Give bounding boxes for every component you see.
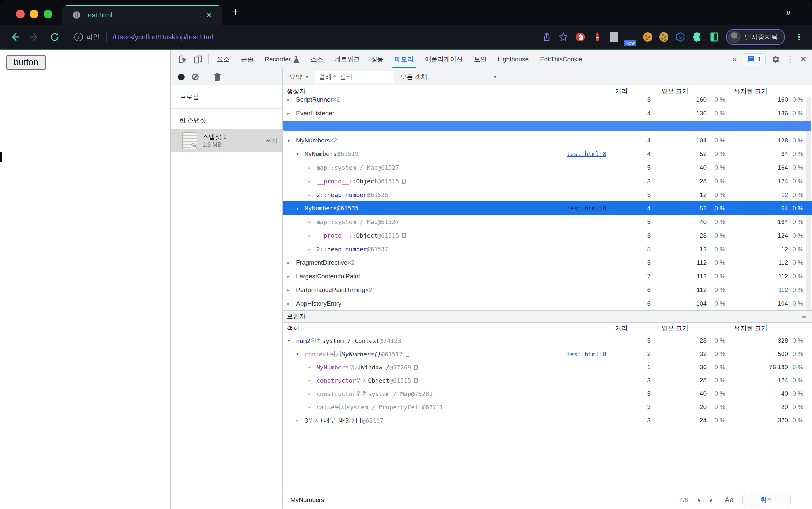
devtools-tab[interactable]: Lighthouse <box>492 50 534 68</box>
distance-column-header[interactable]: 거리 <box>610 323 656 334</box>
devtools-tab[interactable]: 애플리케이션 <box>419 50 468 68</box>
expand-icon[interactable]: ▸ <box>287 110 296 116</box>
source-location-link[interactable]: test.html:8 <box>567 205 606 212</box>
table-row[interactable]: ▸constructor 위치 system / Map @752813400 … <box>283 387 812 400</box>
devtools-menu-icon[interactable]: ⋮ <box>786 55 794 64</box>
delete-snapshot-icon[interactable] <box>213 73 222 81</box>
more-tabs-icon[interactable]: » <box>733 55 737 64</box>
share-icon[interactable] <box>542 32 551 42</box>
adblock-hand-icon[interactable] <box>575 32 585 42</box>
devtools-close-icon[interactable]: ✕ <box>800 55 807 64</box>
table-row[interactable]: ▾MyNumbers @61535test.html:84520 %640 % <box>283 201 812 215</box>
class-filter-input[interactable] <box>315 71 395 83</box>
retainers-menu-icon[interactable]: ≡ <box>802 312 807 321</box>
address-bar[interactable]: /Users/yceffort/Desktop/test.html <box>113 33 542 41</box>
snapshot-item[interactable]: 스냅샷 1 1.3 MB 저장 <box>171 129 282 152</box>
tab-close-icon[interactable]: ✕ <box>205 11 213 19</box>
browser-tab[interactable]: test.html ✕ <box>62 5 222 25</box>
expand-icon[interactable]: ▸ <box>308 165 316 171</box>
table-row[interactable]: ▸map :: system / Map @615275400 %1640 % <box>283 215 812 229</box>
devtools-tab[interactable]: 보안 <box>468 50 492 68</box>
devtools-tab[interactable]: 네트워크 <box>329 50 365 68</box>
profile-chip[interactable]: 일시중지됨 <box>726 29 785 45</box>
clear-profiles-icon[interactable] <box>192 74 199 80</box>
table-row[interactable]: ▸PerformancePaintTiming ×261120 %1120 % <box>283 283 812 297</box>
collapse-icon[interactable]: ▾ <box>287 338 296 344</box>
gray-extension-icon[interactable] <box>610 32 618 42</box>
table-row[interactable]: ▸value 위치 system / PropertyCell @6371132… <box>283 400 812 413</box>
expand-icon[interactable]: ▸ <box>287 287 296 293</box>
expand-icon[interactable]: ▸ <box>287 260 296 266</box>
perspective-select[interactable]: 요약 ▼ <box>289 73 309 81</box>
search-input[interactable] <box>286 497 680 504</box>
expand-icon[interactable]: ▸ <box>308 233 316 239</box>
expand-icon[interactable]: ▸ <box>308 192 316 198</box>
issues-counter[interactable]: 1 <box>743 53 766 65</box>
collapse-icon[interactable]: ▾ <box>296 205 305 211</box>
expand-icon[interactable]: ▸ <box>287 301 296 307</box>
table-row[interactable]: ▸constructor 위치 Object @615153280 %1240 … <box>283 374 812 387</box>
window-zoom-button[interactable] <box>44 10 53 18</box>
source-location-link[interactable]: test.html:8 <box>567 350 606 358</box>
devtools-tab[interactable]: 콘솔 <box>235 50 259 68</box>
shallow-size-column-header[interactable]: 얕은 크기 <box>656 323 729 334</box>
table-row[interactable]: ▸EventListener41360 %1360 % <box>283 106 812 120</box>
table-row[interactable]: ▸FragmentDirective ×231120 %1120 % <box>283 256 812 269</box>
site-info-icon[interactable]: i <box>74 33 83 41</box>
extensions-puzzle-icon[interactable] <box>692 32 702 42</box>
table-row[interactable]: ▸ScriptRunner ×231600 %1600 % <box>283 93 812 106</box>
expand-icon[interactable]: ▸ <box>287 273 296 279</box>
retained-size-column-header[interactable]: 유지된 크기 <box>729 323 812 334</box>
hexagon-g-extension-icon[interactable]: G <box>675 32 685 42</box>
new-tab-button[interactable]: + <box>232 5 239 18</box>
expand-icon[interactable]: ▸ <box>308 404 316 410</box>
devtools-tab[interactable]: 소스 <box>305 50 329 68</box>
reload-icon[interactable] <box>50 32 60 42</box>
expand-icon[interactable]: ▸ <box>308 377 316 383</box>
take-snapshot-icon[interactable] <box>178 74 184 80</box>
inspect-element-icon[interactable] <box>178 55 188 64</box>
table-row[interactable]: ▸LargestContentfulPaint71120 %1120 % <box>283 269 812 283</box>
devtools-tab[interactable]: 성능 <box>365 50 389 68</box>
table-row[interactable]: ▾MyNumbers ×241040 %1280 % <box>283 134 812 147</box>
objects-scope-select[interactable]: 모든 객체 ▼ <box>400 73 497 81</box>
arc-browser-icon[interactable]: New <box>626 32 636 42</box>
match-case-toggle[interactable]: Aa <box>725 496 734 504</box>
expand-icon[interactable]: ▸ <box>308 178 316 184</box>
settings-gear-icon[interactable] <box>772 55 780 64</box>
collapse-icon[interactable]: ▾ <box>287 138 296 143</box>
browser-menu-icon[interactable]: ⋮ <box>795 32 803 42</box>
table-row[interactable]: ▾num2 위치 system / Context @741233280 %32… <box>283 334 812 347</box>
cookie-extension-icon[interactable] <box>643 32 652 42</box>
expand-icon[interactable]: ▸ <box>308 246 316 252</box>
expand-icon[interactable]: ▸ <box>308 219 316 225</box>
expand-icon[interactable]: ▸ <box>308 391 316 397</box>
search-next-icon[interactable]: ∨ <box>705 494 716 506</box>
tab-search-chevron-icon[interactable]: ∨ <box>785 8 791 17</box>
cancel-search-button[interactable]: 취소 <box>742 493 791 507</box>
table-row[interactable]: ▸map :: system / Map @615275400 %1640 % <box>283 161 812 174</box>
window-minimize-button[interactable] <box>30 10 38 18</box>
table-row[interactable]: ▾context 위치 MyNumbers() @61517test.html:… <box>283 347 812 361</box>
cookie-editor-icon[interactable] <box>658 31 670 43</box>
sidebar-extension-icon[interactable] <box>709 32 719 42</box>
collapse-icon[interactable]: ▾ <box>296 351 305 357</box>
table-row[interactable]: ▸AppHistoryEntry61040 %1040 % <box>283 297 812 310</box>
forward-icon[interactable] <box>30 32 40 42</box>
expand-icon[interactable]: ▸ <box>296 417 305 423</box>
back-icon[interactable] <box>10 32 20 42</box>
table-row[interactable]: ▸2 :: heap number @615255120 %120 % <box>283 188 812 201</box>
table-row[interactable]: ▸2 :: heap number @615375120 %120 % <box>283 242 812 256</box>
save-snapshot-link[interactable]: 저장 <box>265 137 278 145</box>
bookmark-star-icon[interactable] <box>559 32 568 42</box>
window-close-button[interactable] <box>16 10 25 18</box>
devtools-tab[interactable]: 메모리 <box>389 50 419 68</box>
table-row[interactable]: ▾MyNumbers @61519test.html:84520 %640 % <box>283 147 812 161</box>
table-row[interactable]: ▸__proto__ :: Object @615153280 %1240 % <box>283 174 812 188</box>
devtools-tab[interactable]: 요소 <box>211 50 235 68</box>
search-previous-icon[interactable]: ∧ <box>693 494 705 506</box>
source-location-link[interactable]: test.html:8 <box>567 150 606 158</box>
table-row[interactable]: ▸MyNumbers 위치 Window / @572691360 %76 18… <box>283 361 812 374</box>
table-row[interactable]: ▸3 위치 (내부 배열)[] @621073240 %3200 % <box>283 413 812 427</box>
device-toolbar-icon[interactable] <box>194 55 203 64</box>
